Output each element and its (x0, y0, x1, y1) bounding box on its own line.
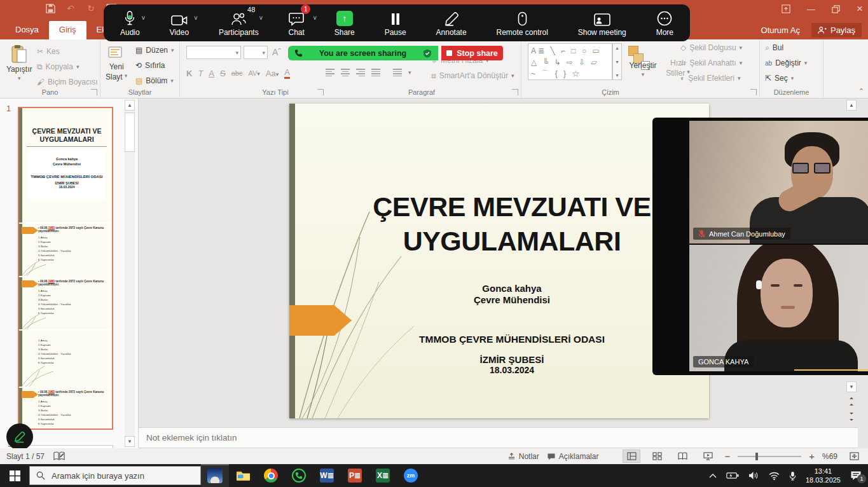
font-color-button[interactable]: A (284, 67, 290, 79)
smartart-button[interactable]: ⧈SmartArt'a Dönüştür▾ (431, 71, 514, 80)
layout-button[interactable]: ▤Düzen▾ (135, 46, 174, 55)
tray-microphone-icon[interactable] (789, 471, 796, 481)
minimize-button[interactable]: — (807, 4, 815, 14)
zoom-out-button[interactable]: − (724, 451, 730, 462)
slide-1[interactable]: ÇEVRE MEVZUATI VEUYGULAMALARI Gonca kahy… (289, 104, 709, 418)
taskbar-zoom-button[interactable]: zm (397, 464, 425, 487)
video-options-chevron[interactable]: ˅ (194, 15, 198, 22)
chat-button[interactable]: 1 ˅ Chat (289, 10, 305, 37)
fit-to-window-button[interactable] (845, 449, 863, 463)
stop-share-button[interactable]: Stop share (441, 46, 503, 60)
collapse-ribbon-chevron[interactable]: ⌃ (858, 87, 864, 95)
align-right-icon[interactable] (356, 69, 365, 76)
slideshow-view-button[interactable] (699, 449, 717, 463)
drawing-dialog-launcher[interactable] (750, 89, 757, 95)
shapes-gallery[interactable]: A≣ ╲ ⌐ □ ○ ▭△ ╚ ↳ ⇨ ⇩ ▱~ ⌒ { } ☆ (528, 43, 612, 80)
battery-icon[interactable] (726, 472, 739, 479)
canvas-scroll-down[interactable]: ▼ (846, 381, 857, 392)
paragraph-dialog-launcher[interactable] (512, 89, 518, 95)
wifi-icon[interactable] (769, 472, 780, 480)
thumb-scroll-down[interactable]: ▼ (125, 436, 135, 447)
normal-view-button[interactable] (623, 449, 640, 463)
participants-chevron[interactable]: ˅ (259, 15, 263, 22)
taskbar-powerpoint-button[interactable]: P≣ (341, 464, 369, 487)
chat-chevron[interactable]: ˅ (313, 15, 317, 22)
font-size-box[interactable]: ▾ (244, 46, 268, 59)
share-button[interactable]: ↑ Share (334, 10, 355, 37)
columns-icon[interactable] (393, 69, 402, 76)
align-left-icon[interactable] (326, 69, 334, 76)
paste-button[interactable]: Yapıştır ▾ (6, 45, 32, 81)
notes-area[interactable]: Not eklemek için tıklatın (139, 427, 858, 448)
tab-giris[interactable]: Giriş (49, 21, 86, 39)
reset-button[interactable]: ⟲Sıfırla (135, 61, 165, 70)
undo-icon[interactable]: ↶ (65, 3, 76, 14)
thumb-content-slide[interactable]: 1.Amaç 2.Kapsam 3.İlkeler 4.Yükümlülükle… (19, 329, 112, 387)
restore-button[interactable] (832, 5, 840, 13)
font-name-box[interactable]: ▾ (186, 46, 241, 59)
taskbar-search-input[interactable]: Aramak için buraya yazın (29, 466, 201, 485)
bold-button[interactable]: K (186, 69, 192, 78)
shape-outline-button[interactable]: ▱Şekil Anahattı▾ (680, 58, 742, 67)
taskbar-word-button[interactable]: W≣ (313, 464, 341, 487)
zoom-level[interactable]: %69 (822, 452, 837, 461)
grow-font-icon[interactable]: Aˆ (272, 47, 281, 57)
audio-button[interactable]: ˅ Audio (120, 10, 140, 37)
slide-title[interactable]: ÇEVRE MEVZUATI VEUYGULAMALARI (327, 189, 696, 258)
speaker-icon[interactable] (748, 471, 759, 480)
notes-toggle[interactable]: Notlar (507, 452, 539, 461)
italic-button[interactable]: T (198, 69, 203, 78)
tab-dosya[interactable]: Dosya (5, 21, 49, 39)
thumb-content-slide[interactable]: ▪ 09.08.1983 tarihinde 2872 sayılı Çevre… (19, 387, 112, 430)
participants-button[interactable]: 48 ˅ Participants (219, 10, 259, 37)
proofing-icon[interactable] (53, 451, 65, 461)
new-slide-button[interactable]: Yeni Slayt▾ (106, 45, 127, 81)
taskbar-chrome-button[interactable] (257, 464, 285, 487)
shapes-gallery-scrollbar[interactable]: ▴▾▾ (612, 43, 622, 80)
tray-expand-chevron-icon[interactable] (709, 473, 717, 478)
taskbar-active-app-button[interactable] (201, 464, 229, 487)
cut-button[interactable]: ✂Kes (37, 47, 60, 56)
zoom-video-panel[interactable]: Ahmet Can Doğumlubay GONCA KAHYA (652, 118, 868, 375)
section-button[interactable]: ▤Bölüm▾ (135, 76, 174, 85)
thumb-scroll-thumb[interactable] (125, 113, 135, 152)
find-button[interactable]: ⌕Bul (765, 43, 783, 52)
slide-author[interactable]: Gonca kahyaÇevre Mühendisi (327, 283, 696, 306)
more-button[interactable]: More (656, 10, 673, 37)
zoom-slider-thumb[interactable] (755, 453, 758, 460)
slide-sorter-view-button[interactable] (648, 449, 666, 463)
subscript-button[interactable]: abc (231, 69, 243, 77)
slide-organization[interactable]: TMMOB ÇEVRE MÜHENDİSLERİ ODASI (327, 334, 696, 345)
thumbnail-scrollbar[interactable]: ▲ ▼ (125, 100, 135, 447)
comments-toggle[interactable]: Açıklamalar (547, 452, 599, 461)
annotate-button[interactable]: Annotate (436, 10, 467, 37)
thumb-content-slide[interactable]: ▪ 09.08.1983 tarihinde 2872 sayılı Çevre… (19, 223, 112, 276)
paste-dropdown-chevron[interactable]: ▾ (18, 75, 21, 81)
share-presentation-button[interactable]: Paylaş (811, 23, 862, 38)
zoom-slider[interactable] (738, 456, 801, 457)
select-button[interactable]: ⇱Seç▾ (765, 74, 794, 83)
close-button[interactable]: × (857, 3, 863, 15)
align-center-icon[interactable] (341, 69, 350, 76)
previous-slide-button[interactable]: ⏶⏶ (846, 396, 857, 407)
pause-button[interactable]: Pause (385, 10, 406, 37)
video-button[interactable]: ˅ Video (170, 10, 189, 37)
taskbar-clock[interactable]: 13:41 18.03.2025 (806, 467, 841, 485)
video-tile-participant-1[interactable]: Ahmet Can Doğumlubay (689, 121, 868, 244)
audio-options-chevron[interactable]: ˅ (142, 15, 146, 22)
remote-control-button[interactable]: Remote control (496, 10, 548, 37)
canvas-scroll-up[interactable]: ▲ (846, 100, 857, 111)
redo-icon[interactable]: ↻ (85, 3, 97, 14)
justify-icon[interactable] (371, 69, 380, 76)
action-center-button[interactable]: 1 (850, 470, 862, 481)
reading-view-button[interactable] (673, 449, 691, 463)
replace-button[interactable]: abDeğiştir▾ (765, 58, 807, 67)
start-button[interactable] (0, 464, 29, 487)
video-tile-participant-2[interactable]: GONCA KAHYA (689, 245, 868, 371)
pano-dialog-launcher[interactable] (91, 89, 97, 95)
zoom-annotation-fab[interactable] (6, 423, 33, 448)
next-slide-button[interactable]: ⏷⏷ (846, 411, 857, 422)
save-icon[interactable] (45, 3, 56, 14)
thumb-content-slide[interactable]: ▪ 09.08.1983 tarihinde 2872 sayılı Çevre… (19, 276, 112, 329)
char-spacing-button[interactable]: AV▾ (248, 69, 259, 77)
